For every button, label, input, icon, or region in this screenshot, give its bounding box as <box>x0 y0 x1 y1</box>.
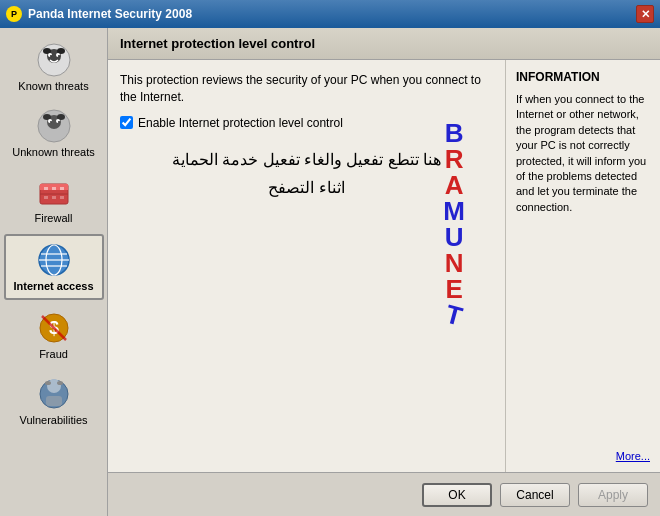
sidebar-item-fraud-label: Fraud <box>39 348 68 360</box>
watermark: B R A M U N E T <box>443 120 465 328</box>
svg-point-7 <box>58 55 60 57</box>
internet-access-icon <box>36 242 72 278</box>
sidebar-item-firewall[interactable]: Firewall <box>4 168 104 230</box>
sidebar-item-vulnerabilities-label: Vulnerabilities <box>19 414 87 426</box>
arabic-text-block: هنا تتطع تفعيل والغاء تفعيل خدمة الحماية… <box>120 146 493 204</box>
svg-rect-36 <box>46 396 62 406</box>
fraud-icon: $ <box>36 310 72 346</box>
enable-checkbox-row: Enable Internet protection level control <box>120 116 493 130</box>
close-button[interactable]: ✕ <box>636 5 654 23</box>
wm-letter-t: T <box>443 300 465 329</box>
wm-letter-r: R <box>445 146 464 172</box>
svg-point-15 <box>58 121 60 123</box>
sidebar: Known threats Unknown threats <box>0 28 108 516</box>
svg-point-14 <box>50 121 52 123</box>
content-header-title: Internet protection level control <box>120 36 315 51</box>
firewall-icon <box>36 174 72 210</box>
wm-letter-m: M <box>443 198 465 224</box>
vulnerabilities-icon <box>36 376 72 412</box>
info-panel-inner: INFORMATION If when you connect to the I… <box>516 70 650 462</box>
svg-rect-19 <box>44 187 48 190</box>
app-icon: P <box>6 6 22 22</box>
wm-letter-e: E <box>445 276 462 302</box>
enable-checkbox-label: Enable Internet protection level control <box>138 116 343 130</box>
sidebar-item-internet-access[interactable]: Internet access <box>4 234 104 300</box>
ok-button[interactable]: OK <box>422 483 492 507</box>
sidebar-item-firewall-label: Firewall <box>35 212 73 224</box>
wm-letter-a: A <box>445 172 464 198</box>
sidebar-item-known-threats-label: Known threats <box>18 80 88 92</box>
content-body: This protection reviews the security of … <box>108 60 660 472</box>
svg-point-33 <box>47 379 61 393</box>
more-link[interactable]: More... <box>516 450 650 462</box>
sidebar-item-fraud[interactable]: $ Fraud <box>4 304 104 366</box>
main-container: Known threats Unknown threats <box>0 28 660 516</box>
apply-button[interactable]: Apply <box>578 483 648 507</box>
description-text: This protection reviews the security of … <box>120 72 493 106</box>
known-threats-icon <box>36 42 72 78</box>
info-panel: INFORMATION If when you connect to the I… <box>505 60 660 472</box>
info-panel-title: INFORMATION <box>516 70 650 84</box>
wm-letter-b: B <box>445 120 464 146</box>
sidebar-item-vulnerabilities[interactable]: Vulnerabilities <box>4 370 104 432</box>
wm-letter-u: U <box>445 224 464 250</box>
bottom-bar: OK Cancel Apply <box>108 472 660 516</box>
content-header: Internet protection level control <box>108 28 660 60</box>
svg-rect-21 <box>60 187 64 190</box>
enable-checkbox[interactable] <box>120 116 133 129</box>
svg-rect-23 <box>52 196 56 199</box>
arabic-line2: اثناء التصفح <box>120 174 493 203</box>
sidebar-item-unknown-threats[interactable]: Unknown threats <box>4 102 104 164</box>
svg-point-35 <box>57 381 63 385</box>
svg-rect-22 <box>44 196 48 199</box>
arabic-line1: هنا تتطع تفعيل والغاء تفعيل خدمة الحماية <box>120 146 493 175</box>
window-title: Panda Internet Security 2008 <box>28 7 192 21</box>
content-area: Internet protection level control This p… <box>108 28 660 516</box>
svg-rect-24 <box>60 196 64 199</box>
sidebar-item-known-threats[interactable]: Known threats <box>4 36 104 98</box>
cancel-button[interactable]: Cancel <box>500 483 570 507</box>
sidebar-item-unknown-threats-label: Unknown threats <box>12 146 95 158</box>
svg-rect-20 <box>52 187 56 190</box>
svg-point-6 <box>50 55 52 57</box>
svg-point-34 <box>45 381 51 385</box>
unknown-threats-icon <box>36 108 72 144</box>
sidebar-item-internet-access-label: Internet access <box>13 280 93 292</box>
title-bar-left: P Panda Internet Security 2008 <box>6 6 192 22</box>
title-bar: P Panda Internet Security 2008 ✕ <box>0 0 660 28</box>
info-panel-text: If when you connect to the Internet or o… <box>516 92 650 215</box>
content-main: This protection reviews the security of … <box>108 60 505 472</box>
wm-letter-n: N <box>445 250 464 276</box>
